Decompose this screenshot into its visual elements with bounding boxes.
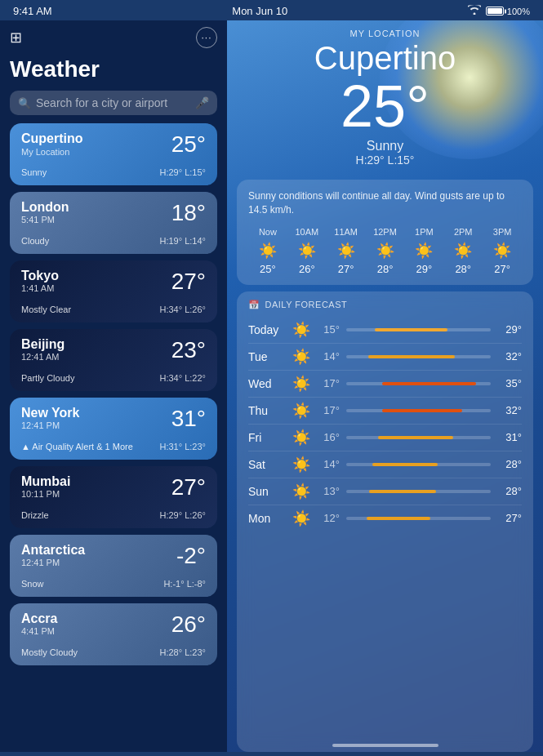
- hour-temp: 28°: [366, 263, 405, 275]
- city-time: 1:41 AM: [21, 283, 59, 293]
- city-name: Antarctica: [21, 543, 85, 558]
- day-icon: ☀️: [289, 456, 314, 474]
- search-icon: 🔍: [18, 97, 31, 109]
- search-bar[interactable]: 🔍 🎤: [10, 91, 217, 115]
- day-low: 12°: [314, 512, 340, 524]
- hour-temp: 27°: [327, 263, 366, 275]
- card-bottom: Sunny H:29° L:15°: [21, 167, 206, 177]
- day-low: 14°: [314, 458, 340, 470]
- hour-icon: ☀️: [248, 242, 287, 260]
- temp-bar-fill: [369, 490, 435, 493]
- city-hl: H:-1° L:-8°: [163, 579, 206, 589]
- sidebar-icon[interactable]: ⊞: [10, 29, 22, 47]
- city-time: 4:41 PM: [21, 626, 57, 636]
- city-card[interactable]: Tokyo 1:41 AM 27° Mostly Clear H:34° L:2…: [10, 260, 217, 322]
- current-weather-header: MY LOCATION Cupertino 25° Sunny H:29° L:…: [227, 20, 543, 180]
- city-card[interactable]: Antarctica 12:41 PM -2° Snow H:-1° L:-8°: [10, 535, 217, 597]
- search-input[interactable]: [36, 96, 190, 109]
- card-top: Cupertino My Location 25°: [21, 131, 206, 158]
- daily-row: Wed ☀️ 17° 35°: [248, 371, 522, 398]
- day-name: Thu: [248, 404, 289, 417]
- city-condition: Drizzle: [21, 510, 49, 520]
- temp-bar: [346, 463, 491, 466]
- temp-bar: [346, 355, 491, 358]
- temp-bar-fill: [372, 463, 438, 466]
- temp-bar-fill: [378, 436, 453, 439]
- city-condition: Partly Cloudy: [21, 373, 74, 383]
- day-name: Mon: [248, 512, 289, 525]
- city-condition: Sunny: [21, 167, 47, 177]
- city-time: 5:41 PM: [21, 215, 69, 225]
- city-name: Cupertino: [21, 131, 83, 146]
- city-hl: H:34° L:26°: [160, 305, 207, 314]
- card-top: Accra 4:41 PM 26°: [21, 611, 206, 638]
- day-high: 29°: [497, 323, 522, 336]
- card-top: London 5:41 PM 18°: [21, 200, 206, 226]
- more-button[interactable]: ···: [196, 27, 217, 48]
- hour-temp: 28°: [443, 263, 483, 275]
- temp-bar: [346, 409, 491, 412]
- city-temp: 18°: [171, 200, 206, 226]
- city-name: Beijing: [21, 337, 65, 352]
- day-name: Sun: [248, 485, 289, 498]
- card-top: Tokyo 1:41 AM 27°: [21, 269, 206, 295]
- city-card[interactable]: Mumbai 10:11 PM 27° Drizzle H:29° L:26°: [10, 466, 217, 528]
- main-temp: 25°: [243, 77, 527, 136]
- my-location-label: MY LOCATION: [243, 29, 527, 38]
- hour-icon: ☀️: [443, 242, 483, 260]
- day-icon: ☀️: [289, 429, 314, 447]
- city-hl: H:19° L:14°: [160, 236, 207, 246]
- city-card[interactable]: Accra 4:41 PM 26° Mostly Cloudy H:28° L:…: [10, 603, 217, 665]
- day-icon: ☀️: [289, 348, 314, 366]
- hour-item: 10AM ☀️ 26°: [287, 227, 327, 275]
- hour-temp: 26°: [287, 263, 327, 275]
- city-name: Mumbai: [21, 474, 70, 489]
- city-sublabel: My Location: [21, 147, 83, 157]
- daily-row: Sun ☀️ 13° 28°: [248, 478, 522, 505]
- status-bar: 9:41 AM Mon Jun 10 100%: [0, 0, 543, 20]
- status-right: 100%: [468, 5, 530, 17]
- city-card[interactable]: Cupertino My Location 25° Sunny H:29° L:…: [10, 123, 217, 185]
- mic-icon[interactable]: 🎤: [195, 96, 209, 109]
- card-bottom: Mostly Clear H:34° L:26°: [21, 305, 206, 314]
- card-bottom: Drizzle H:29° L:26°: [21, 510, 206, 520]
- hour-item: 1PM ☀️ 29°: [404, 227, 443, 275]
- panel-header: ⊞ ···: [10, 27, 217, 48]
- day-low: 14°: [314, 350, 340, 362]
- card-bottom: Cloudy H:19° L:14°: [21, 236, 206, 246]
- hour-item: 12PM ☀️ 28°: [366, 227, 405, 275]
- city-time: 12:41 PM: [21, 558, 85, 567]
- daily-row: Thu ☀️ 17° 32°: [248, 398, 522, 425]
- city-condition: Cloudy: [21, 236, 49, 246]
- hour-label: Now: [248, 227, 287, 237]
- city-card[interactable]: New York 12:41 PM 31° ▲ Air Quality Aler…: [10, 398, 217, 460]
- left-panel: ⊞ ··· Weather 🔍 🎤 Cupertino My Location …: [0, 20, 227, 752]
- day-low: 16°: [314, 431, 340, 443]
- main-layout: ⊞ ··· Weather 🔍 🎤 Cupertino My Location …: [0, 20, 543, 752]
- weather-description-card: Sunny conditions will continue all day. …: [237, 180, 533, 285]
- daily-forecast-card: 📅 DAILY FORECAST Today ☀️ 15° 29° Tue ☀️…: [237, 291, 533, 752]
- card-top: Antarctica 12:41 PM -2°: [21, 543, 206, 569]
- city-time: 12:41 AM: [21, 352, 65, 362]
- daily-forecast-label: DAILY FORECAST: [265, 300, 348, 309]
- card-bottom: ▲ Air Quality Alert & 1 More H:31° L:23°: [21, 442, 206, 451]
- day-low: 17°: [314, 404, 340, 416]
- card-top: New York 12:41 PM 31°: [21, 406, 206, 432]
- daily-row: Mon ☀️ 12° 27°: [248, 505, 522, 531]
- temp-bar: [346, 436, 491, 439]
- city-card[interactable]: London 5:41 PM 18° Cloudy H:19° L:14°: [10, 192, 217, 254]
- day-low: 15°: [314, 323, 340, 336]
- daily-row: Tue ☀️ 14° 32°: [248, 344, 522, 371]
- city-name: Tokyo: [21, 269, 59, 283]
- right-panel: MY LOCATION Cupertino 25° Sunny H:29° L:…: [227, 20, 543, 752]
- hour-temp: 25°: [248, 263, 287, 275]
- day-name: Sat: [248, 458, 289, 471]
- city-card[interactable]: Beijing 12:41 AM 23° Partly Cloudy H:34°…: [10, 329, 217, 391]
- hour-label: 12PM: [366, 227, 405, 237]
- day-name: Wed: [248, 377, 289, 390]
- main-city-name: Cupertino: [243, 40, 527, 77]
- wifi-icon: [468, 5, 481, 17]
- temp-bar: [346, 490, 491, 493]
- city-name: Accra: [21, 611, 57, 626]
- main-hl: H:29° L:15°: [243, 153, 527, 167]
